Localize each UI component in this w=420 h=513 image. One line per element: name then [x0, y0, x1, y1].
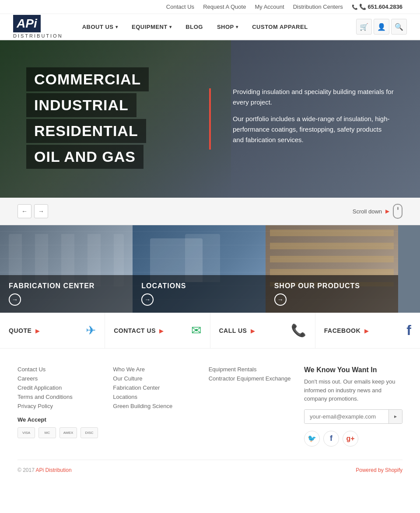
top-request-quote[interactable]: Request A Quote [203, 3, 246, 10]
payment-visa: VISA [18, 427, 35, 438]
cta-call[interactable]: CALL US ▶ 📞 [210, 313, 315, 348]
search-icon-button[interactable]: 🔍 [391, 19, 407, 35]
cta-bar: QUOTE ▶ ✈ CONTACT US ▶ ✉ CALL US ▶ 📞 FAC… [0, 313, 420, 348]
cta-quote-arrow: ▶ [35, 328, 40, 334]
cta-call-label: CALL US ▶ [219, 327, 255, 335]
facebook-icon: f [406, 322, 411, 339]
contact-icon: ✉ [191, 323, 201, 338]
feature-card-shop[interactable]: SHOP OUR PRODUCTS → [266, 225, 398, 313]
googleplus-icon[interactable]: g+ [343, 431, 358, 447]
twitter-icon[interactable]: 🐦 [304, 431, 320, 447]
top-my-account[interactable]: My Account [255, 3, 284, 10]
scroll-down[interactable]: Scroll down ▶ [353, 204, 402, 219]
account-icon-button[interactable]: 👤 [374, 19, 389, 35]
feature-overlay-locations: LOCATIONS → [133, 275, 265, 313]
cta-facebook[interactable]: FACEBOOK ▶ f [315, 313, 420, 348]
payment-icons: VISA MC AMEX DISC [18, 427, 100, 438]
nav-bar: APi DISTRIBUTION ABOUT US ▾ EQUIPMENT ▾ … [0, 14, 420, 40]
footer-link-privacy[interactable]: Privacy Policy [18, 403, 100, 409]
top-bar: Contact Us Request A Quote My Account Di… [0, 0, 420, 14]
social-icons: 🐦 f g+ [304, 431, 402, 447]
feature-overlay-fabrication: FABRICATION CENTER → [0, 275, 133, 313]
hero-title-commercial: COMMERCIAL [26, 67, 149, 91]
feature-card-locations[interactable]: LOCATIONS → [133, 225, 265, 313]
newsletter-email-input[interactable] [304, 410, 388, 423]
footer-link-credit[interactable]: Credit Application [18, 384, 100, 391]
nav-about-us[interactable]: ABOUT US ▾ [76, 16, 124, 38]
we-accept-label: We Accept [18, 416, 100, 423]
feature-arrow-fabrication[interactable]: → [9, 293, 21, 306]
payment-amex: AMEX [60, 427, 77, 438]
feature-card-4[interactable] [398, 225, 420, 313]
cta-contact-label: CONTACT US ▶ [114, 327, 164, 335]
cart-icon-button[interactable]: 🛒 [356, 19, 372, 35]
hero-title-oilandgas: OIL AND GAS [26, 145, 144, 169]
newsletter-form: ▸ [304, 409, 402, 424]
nav-equipment[interactable]: EQUIPMENT ▾ [126, 16, 178, 38]
hero-content: COMMERCIAL INDUSTRIAL RESIDENTIAL OIL AN… [26, 67, 394, 171]
scroll-mouse-icon [393, 204, 402, 219]
powered-by[interactable]: Powered by Shopify [356, 467, 402, 473]
feature-card-fabrication[interactable]: FABRICATION CENTER → [0, 225, 133, 313]
footer-link-who-we-are[interactable]: Who We Are [113, 366, 195, 373]
footer-col-2: Who We Are Our Culture Fabrication Cente… [113, 366, 195, 447]
hero-title-industrial: INDUSTRIAL [26, 93, 136, 117]
nav-blog[interactable]: BLOG [179, 16, 209, 38]
footer-link-terms[interactable]: Terms and Conditions [18, 394, 100, 400]
cta-quote[interactable]: QUOTE ▶ ✈ [0, 313, 105, 348]
hero-divider [209, 88, 211, 150]
quote-icon: ✈ [86, 323, 96, 338]
logo[interactable]: APi DISTRIBUTION [13, 15, 63, 38]
facebook-social-icon[interactable]: f [323, 431, 339, 447]
footer-link-contact-us[interactable]: Contact Us [18, 366, 100, 373]
footer-link-equipment-rentals[interactable]: Equipment Rentals [209, 366, 291, 373]
feature-arrow-shop[interactable]: → [274, 293, 287, 306]
slider-controls: ← → Scroll down ▶ [0, 198, 420, 225]
footer-col-3: Equipment Rentals Contractor Equipment E… [209, 366, 291, 447]
copyright: © 2017 APi Distribution [18, 467, 72, 473]
payment-mc: MC [38, 427, 56, 438]
phone-number: 📞 651.604.2836 [352, 3, 402, 10]
payment-disc: DISC [80, 427, 98, 438]
newsletter-desc: Don't miss out. Our emails keep you info… [304, 377, 402, 403]
scroll-down-arrow: ▶ [385, 208, 389, 214]
footer-grid: Contact Us Careers Credit Application Te… [18, 366, 402, 447]
cta-facebook-label: FACEBOOK ▶ [324, 327, 369, 335]
hero-titles-area: COMMERCIAL INDUSTRIAL RESIDENTIAL OIL AN… [26, 67, 187, 171]
footer-link-contractor-exchange[interactable]: Contractor Equipment Exchange [209, 375, 291, 382]
feature-title-fabrication: FABRICATION CENTER [9, 282, 124, 290]
nav-custom-apparel[interactable]: CUSTOM APPAREL [246, 16, 314, 38]
cta-quote-label: QUOTE ▶ [9, 327, 40, 335]
footer-link-fab-center[interactable]: Fabrication Center [113, 384, 195, 391]
newsletter-title: We Know You Want In [304, 366, 402, 374]
hero-description: Providing insulation and speciality buil… [233, 87, 394, 151]
nav-icons: 🛒 👤 🔍 [356, 19, 407, 35]
we-accept-section: We Accept VISA MC AMEX DISC [18, 416, 100, 438]
slider-next-button[interactable]: → [34, 204, 48, 218]
logo-sub: DISTRIBUTION [13, 33, 63, 38]
newsletter-submit-button[interactable]: ▸ [388, 410, 402, 423]
hero-title-residential: RESIDENTIAL [26, 119, 146, 143]
nav-shop[interactable]: SHOP ▾ [211, 16, 244, 38]
brand-link[interactable]: APi Distribution [36, 467, 72, 473]
footer-link-careers[interactable]: Careers [18, 375, 100, 382]
feature-overlay-shop: SHOP OUR PRODUCTS → [266, 275, 398, 313]
logo-text: APi [17, 17, 37, 30]
feature-arrow-locations[interactable]: → [141, 293, 154, 306]
cta-facebook-arrow: ▶ [364, 328, 369, 334]
footer-link-locations[interactable]: Locations [113, 394, 195, 400]
footer-link-our-culture[interactable]: Our Culture [113, 375, 195, 382]
feature-title-locations: LOCATIONS [141, 282, 256, 290]
footer: Contact Us Careers Credit Application Te… [0, 348, 420, 482]
feature-bg-4 [398, 225, 420, 313]
top-distribution-centers[interactable]: Distribution Centers [293, 3, 343, 10]
nav-links: ABOUT US ▾ EQUIPMENT ▾ BLOG SHOP ▾ CUSTO… [76, 16, 356, 38]
cta-contact[interactable]: CONTACT US ▶ ✉ [105, 313, 210, 348]
cta-call-arrow: ▶ [251, 328, 255, 334]
call-icon: 📞 [291, 323, 306, 338]
top-contact-us[interactable]: Contact Us [166, 3, 194, 10]
slider-prev-button[interactable]: ← [18, 204, 32, 218]
hero-section: COMMERCIAL INDUSTRIAL RESIDENTIAL OIL AN… [0, 40, 420, 198]
footer-link-green-building[interactable]: Green Building Science [113, 403, 195, 409]
footer-col-1: Contact Us Careers Credit Application Te… [18, 366, 100, 447]
